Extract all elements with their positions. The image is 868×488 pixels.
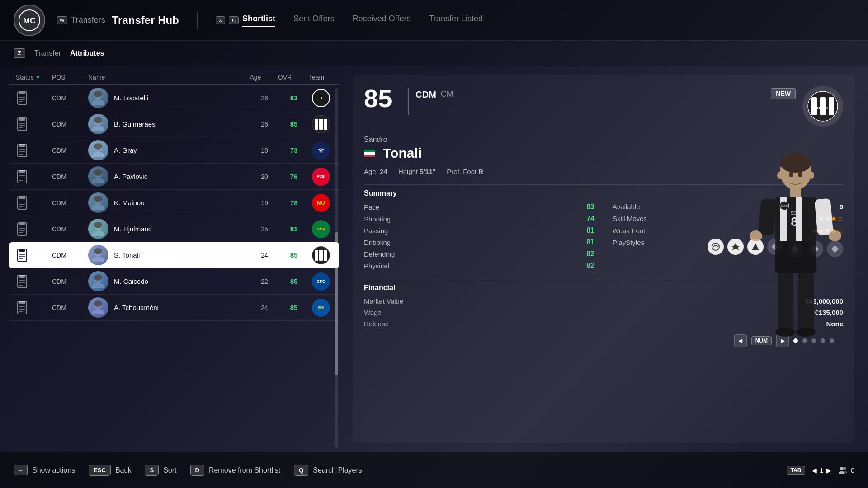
tab-received-offers[interactable]: Received Offers — [353, 14, 411, 27]
pace-row: Pace 83 — [364, 203, 594, 211]
playstyle-icons — [708, 239, 843, 257]
svg-rect-83 — [811, 245, 819, 253]
release-value: None — [826, 320, 844, 328]
scroll-thumb[interactable] — [335, 232, 338, 375]
player-name: M. Locatelli — [114, 94, 251, 102]
player-age: 19 — [251, 199, 278, 206]
dot-3[interactable] — [811, 338, 816, 343]
search-players-btn[interactable]: Q Search Players — [294, 465, 362, 476]
pref-foot-label: Pref. Foot R — [447, 168, 483, 175]
sub-nav-transfer[interactable]: Transfer — [34, 49, 61, 57]
italy-flag — [364, 150, 375, 157]
transfers-label[interactable]: Transfers — [71, 15, 105, 25]
scout-icon — [16, 196, 28, 210]
scout-icon — [16, 117, 28, 131]
svg-point-33 — [94, 169, 102, 176]
sub-nav-attributes[interactable]: Attributes — [70, 49, 104, 57]
tab-transfer-listed[interactable]: Transfer Listed — [429, 14, 483, 27]
player-row[interactable]: CDM M. Hjulmand 25 81 SCP — [9, 216, 339, 242]
tab-shortlist[interactable]: Shortlist — [242, 14, 275, 27]
physical-label: Physical — [364, 262, 389, 270]
remove-shortlist-btn[interactable]: D Remove from Shortlist — [190, 465, 281, 476]
filter-arrow[interactable]: ▼ — [36, 75, 40, 80]
dribbling-label: Dribbling — [364, 239, 391, 246]
back-btn[interactable]: ESC Back — [89, 465, 131, 476]
player-row[interactable]: CDM M. Caicedo 22 85 CFC — [9, 268, 339, 295]
player-row[interactable]: CDM A. Gray 18 73 ⚜ — [9, 137, 339, 164]
playstyle-icon-1 — [708, 239, 724, 255]
svg-point-80 — [712, 243, 719, 250]
playstyles-row: PlayStyles — [613, 239, 843, 257]
player-team-badge: FCB — [310, 168, 332, 186]
player-name: S. Tonali — [114, 251, 251, 259]
sort-btn[interactable]: S Sort — [145, 465, 176, 476]
player-row[interactable]: CDM K. Mainoo 19 78 MU — [9, 190, 339, 216]
player-team-badge: CFC — [310, 272, 332, 291]
scout-icon — [16, 248, 28, 263]
weak-foot-row: Weak Foot ★★★★☆ — [613, 226, 843, 235]
svg-rect-84 — [831, 245, 839, 253]
page-prev-btn[interactable]: ◀ — [734, 334, 747, 347]
playstyle-icon-7 — [827, 241, 843, 257]
back-label: Back — [115, 466, 132, 474]
dot-5[interactable] — [830, 338, 834, 343]
pos-col-header: POS — [52, 74, 88, 81]
player-avatar — [88, 271, 108, 291]
svg-rect-35 — [19, 197, 25, 199]
pos-alt: CM — [441, 89, 453, 99]
nav-divider — [197, 11, 198, 29]
people-icon — [838, 465, 848, 475]
scout-status — [16, 196, 52, 210]
arrow-key-icon: ← — [14, 465, 28, 475]
svg-point-47 — [94, 222, 102, 228]
page-nav-item[interactable]: ◀ 1 ▶ — [812, 466, 831, 474]
market-value-row: Market Value €63,000,000 — [364, 297, 843, 305]
dot-2[interactable] — [802, 338, 807, 343]
svg-point-72 — [94, 300, 102, 307]
player-name: K. Mainoo — [114, 199, 251, 206]
dribbling-value: 81 — [586, 238, 594, 246]
show-actions-btn[interactable]: ← Show actions — [14, 465, 75, 475]
dot-1[interactable] — [793, 338, 798, 343]
physical-value: 82 — [586, 262, 594, 270]
scout-status — [16, 300, 52, 315]
player-avatar — [88, 166, 108, 187]
player-name: B. Guimarães — [114, 120, 251, 128]
summary-title: Summary — [364, 189, 843, 197]
right-panel: 85 CDM CM NEW — [339, 66, 868, 452]
nav-next-icon[interactable]: ▶ — [826, 467, 831, 474]
stats-left: Pace 83 Shooting 74 Passing 81 Dribbling… — [364, 203, 594, 270]
svg-rect-10 — [19, 118, 25, 121]
player-pos: CDM — [52, 147, 88, 154]
tab-sent-offers[interactable]: Sent Offers — [293, 14, 335, 27]
playstyle-icon-2 — [727, 239, 744, 255]
player-age: 24 — [251, 304, 278, 311]
pos-main: CDM — [415, 89, 436, 100]
svg-text:MC: MC — [23, 16, 36, 25]
scout-icon — [16, 169, 28, 184]
nav-prev-icon[interactable]: ◀ — [812, 467, 817, 474]
page-next-btn[interactable]: ▶ — [776, 334, 789, 347]
pace-label: Pace — [364, 203, 379, 211]
sub-navigation: Z Transfer Attributes — [0, 41, 868, 66]
svg-point-40 — [94, 196, 102, 202]
player-ovr: 85 — [278, 251, 310, 259]
svg-rect-82 — [792, 245, 799, 253]
d-key: D — [190, 465, 204, 476]
status-col-header: Status — [16, 74, 34, 81]
num-label: NUM — [751, 336, 772, 345]
player-avatar — [88, 88, 108, 108]
player-age: 25 — [251, 225, 278, 233]
player-row[interactable]: CDM B. Guimarães 26 85 — [9, 111, 339, 137]
player-ovr: 85 — [364, 86, 392, 111]
player-avatar — [88, 245, 108, 265]
svg-rect-21 — [19, 144, 25, 147]
player-row[interactable]: CDM M. Locatelli 26 83 J — [9, 85, 339, 111]
scroll-track[interactable] — [335, 88, 338, 447]
player-row[interactable]: CDM A. Tchouaméni 24 85 RM — [9, 295, 339, 321]
player-row[interactable]: CDM S. Tonali 24 85 — [9, 242, 339, 268]
release-label: Release — [364, 320, 389, 328]
market-value-label: Market Value — [364, 297, 403, 305]
player-row[interactable]: CDM A. Pavlović 20 76 FCB — [9, 164, 339, 190]
dot-4[interactable] — [821, 338, 825, 343]
